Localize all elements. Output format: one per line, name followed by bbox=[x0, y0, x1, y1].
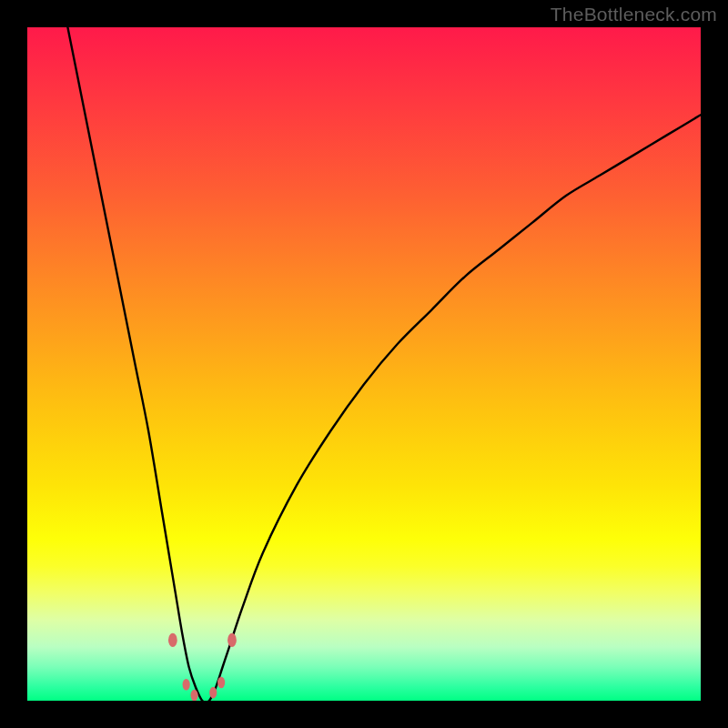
chart-frame: TheBottleneck.com bbox=[0, 0, 728, 728]
curve-marker bbox=[168, 633, 177, 647]
curve-marker bbox=[228, 633, 237, 647]
watermark-label: TheBottleneck.com bbox=[551, 4, 717, 25]
curve-svg bbox=[27, 27, 701, 701]
bottleneck-curve bbox=[67, 27, 701, 701]
curve-marker bbox=[183, 679, 190, 691]
curve-marker bbox=[209, 687, 217, 699]
curve-markers bbox=[168, 633, 237, 701]
curve-marker bbox=[217, 677, 225, 689]
plot-area bbox=[27, 27, 701, 701]
curve-marker bbox=[190, 690, 197, 701]
